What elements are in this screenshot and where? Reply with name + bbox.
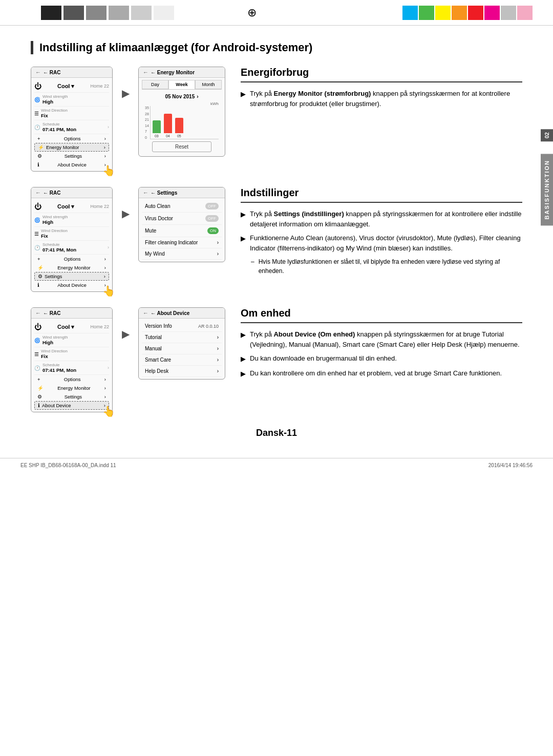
about-item-manual: Manual › [142,343,222,354]
reset-button[interactable]: Reset [152,141,211,152]
energy-header: ← ← Energy Monitor [139,67,225,78]
color-block-3 [86,6,107,20]
bullet-arrow-s2: ▶ [241,234,246,253]
smartcare-chevron: › [217,357,219,363]
rac-title-2: ← RAC [43,190,60,196]
arrow-2: ▶ [118,207,133,220]
about-item-version: Version Info AR 0.0.10 [142,321,222,332]
back-arrow-2: ← [35,190,41,196]
color-reg-red [468,6,483,20]
settings-row-2-highlighted: ⚙ Settings › [34,272,109,281]
mywind-chevron: › [217,251,219,257]
text-section-settings: Indstillinger ▶ Tryk på Settings (indsti… [236,187,522,292]
schedule-row-2: 🕐 Schedule 07:41 PM, Mon › [34,241,109,255]
bullet-arrow-s1: ▶ [241,209,246,229]
toggle-autoclean[interactable]: OFF [205,203,219,209]
home-name-2: Home 22 [90,204,109,209]
cool-label-1: Cool ▾ [57,83,75,90]
options-row-3: + Options › [34,375,109,384]
about-row-3-highlighted: ℹ About Device › [34,401,109,410]
color-reg-orange [452,6,467,20]
version-value: AR 0.0.10 [198,324,219,329]
rac-phone-2: ← ← RAC ⏻ Cool ▾ Home 22 [31,187,113,292]
settings-item-virusdoctor: Virus Doctor OFF [142,213,222,225]
rac-power-row-3: ⏻ Cool ▾ Home 22 [34,321,109,333]
bar-05-label: 05 [177,134,181,138]
color-block-2 [63,6,84,20]
compass-icon: ⊕ [247,6,257,19]
rac-header-1: ← ← RAC [31,67,112,78]
page-content: Indstilling af klimaanlægget (for Androi… [0,26,553,453]
settings-icon-3: ⚙ [37,394,42,400]
section-title-about: Om enhed [241,307,522,323]
section-row-about: ← ← RAC ⏻ Cool ▾ Home 22 [31,307,522,412]
energy-bullet-1: ▶ Tryk på Energy Monitor (strømforbrug) … [241,89,522,109]
info-icon-2: ℹ [37,282,39,288]
section-row-settings: ← ← RAC ⏻ Cool ▾ Home 22 [31,187,522,292]
filter-chevron: › [217,240,219,245]
rac-phone-1-wrapper: ← ← RAC ⏻ Cool ▾ Home 22 [31,67,113,172]
toggle-mute[interactable]: ON [207,227,219,234]
color-reg-green [419,6,434,20]
about-item-smartcare: Smart Care › [142,354,222,366]
energy-monitor-row-3: ⚡ Energy Monitor › [34,384,109,392]
tab-month[interactable]: Month [195,80,222,89]
power-icon-3: ⏻ [34,323,41,331]
settings-back: ← [143,190,148,196]
energy-title: ← Energy Monitor [151,70,195,75]
plus-icon-2: + [37,256,40,262]
direction-icon-1: ☰ [34,111,39,116]
chapter-number: 02 [541,129,553,141]
bar-03: 03 [153,120,161,138]
schedule-chevron-1: › [108,124,109,130]
rac-header-3: ← ← RAC [31,308,112,319]
settings-row-3: ⚙ Settings › [34,392,109,401]
helpdesk-chevron: › [217,368,219,374]
bar-04: 04 [164,114,172,138]
wind-direction-row-1: ☰ Wind Direction Fix [34,107,109,120]
schedule-chevron-2: › [108,245,109,250]
text-section-energy: Energiforbrug ▶ Tryk på Energy Monitor (… [236,67,522,172]
energy-icon-3: ⚡ [37,385,44,391]
energy-back: ← [143,69,148,75]
energy-tabs: Day Week Month [142,80,222,90]
bar-03-label: 03 [155,134,159,138]
about-bullet-2: ▶ Du kan downloade en brugermanual til d… [241,353,522,364]
phones-area-settings: ← ← RAC ⏻ Cool ▾ Home 22 [31,187,225,292]
settings-bullet-1: ▶ Tryk på Settings (indstillinger) knapp… [241,209,522,229]
rac-body-3: ⏻ Cool ▾ Home 22 🌀 Wind strength [31,319,112,412]
settings-icon-1: ⚙ [37,153,42,159]
color-reg-silver [501,6,516,20]
settings-title: ← Settings [151,190,177,196]
schedule-chevron-3: › [108,365,109,370]
footer-timestamp: 2016/4/14 19:46:56 [488,463,533,468]
energy-monitor-row-2: ⚡ Energy Monitor › [34,263,109,272]
direction-icon-2: ☰ [34,231,39,237]
energy-date: 05 Nov 2015 › [142,92,222,101]
about-phone-wrapper: ← ← About Device Version Info AR 0.0.10 … [138,307,225,380]
settings-body: Auto Clean OFF Virus Doctor OFF Mute ON [139,198,225,262]
about-title: ← About Device [151,310,189,316]
section-title-energy: Energiforbrug [241,67,522,82]
schedule-row-3: 🕐 Schedule 07:41 PM, Mon › [34,361,109,375]
cool-label-3: Cool ▾ [57,324,75,330]
wind-strength-row-1: 🌀 Wind strength High [34,93,109,107]
page-number: Dansk-11 [31,428,522,438]
color-reg-pink [517,6,533,20]
color-reg-magenta [484,6,500,20]
bar-04-label: 04 [166,134,170,138]
phones-area-energy: ← ← RAC ⏻ Cool ▾ Home 22 [31,67,225,172]
options-row-2: + Options › [34,255,109,263]
wind-icon-2: 🌀 [34,217,40,223]
settings-item-filter: Filter cleaning Indicator › [142,237,222,248]
tab-day[interactable]: Day [142,80,168,89]
tab-week[interactable]: Week [168,80,195,89]
section-title-settings: Indstillinger [241,187,522,203]
bullet-arrow-1: ▶ [241,89,246,109]
about-row-1: ℹ About Device › [34,160,109,169]
wind-direction-row-3: ☰ Wind Direction Fix [34,347,109,361]
energy-monitor-row-1: ⚡ Energy Monitor › [34,143,109,152]
toggle-virusdoctor[interactable]: OFF [205,215,219,222]
hand-cursor-2: 👆 [102,285,115,297]
settings-item-mute: Mute ON [142,225,222,237]
